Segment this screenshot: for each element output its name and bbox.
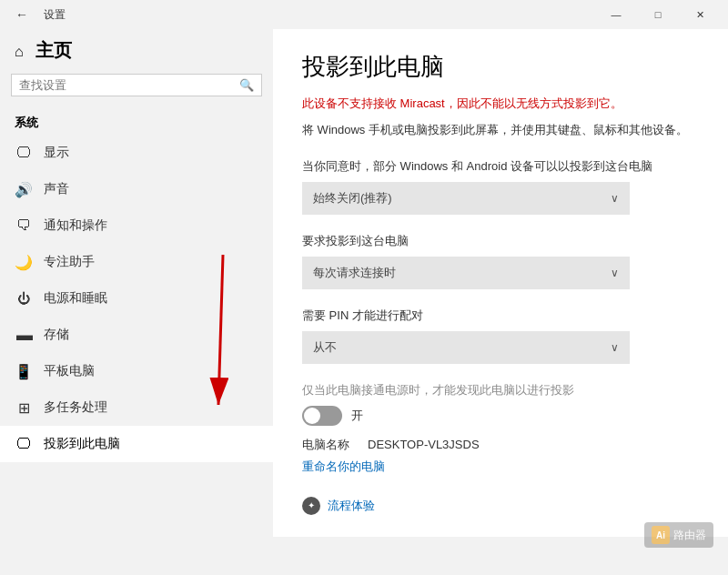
sidebar-item-sound[interactable]: 🔊 声音 <box>0 171 273 207</box>
power-note: 仅当此电脑接通电源时，才能发现此电脑以进行投影 <box>302 382 699 398</box>
section-label: 系统 <box>0 109 273 135</box>
sound-icon: 🔊 <box>15 180 33 198</box>
toggle-knob <box>304 408 320 424</box>
toggle-label: 开 <box>351 408 363 424</box>
power-icon: ⏻ <box>15 289 33 308</box>
sidebar-item-tablet[interactable]: 📱 平板电脑 <box>0 353 273 389</box>
dropdown1-value: 始终关闭(推荐) <box>313 190 392 207</box>
dropdown3-value: 从不 <box>313 339 337 356</box>
tablet-label: 平板电脑 <box>44 363 95 379</box>
power-label: 电源和睡眠 <box>44 290 107 307</box>
back-icon: ← <box>15 7 28 22</box>
bottom-link-icon: ✦ <box>302 497 320 515</box>
power-toggle[interactable] <box>302 406 342 426</box>
focus-label: 专注助手 <box>44 254 95 270</box>
main-container: ⌂ 主页 🔍 系统 🖵 显示 🔊 声音 🗨 通知和操作 � <box>0 29 728 537</box>
dropdown2[interactable]: 每次请求连接时 ∨ <box>302 257 630 289</box>
dropdown3-arrow: ∨ <box>611 341 619 354</box>
multitask-label: 多任务处理 <box>44 399 107 416</box>
dropdown1-arrow: ∨ <box>611 192 619 205</box>
project-label: 投影到此电脑 <box>44 436 120 452</box>
window-title: 设置 <box>44 7 66 23</box>
question2: 要求投影到这台电脑 <box>302 233 699 249</box>
sidebar-item-notifications[interactable]: 🗨 通知和操作 <box>0 207 273 244</box>
pc-name-value: DESKTOP-VL3JSDS <box>368 438 480 451</box>
sidebar-item-project[interactable]: 🖵 投影到此电脑 <box>0 426 273 462</box>
back-button[interactable]: ← <box>7 0 36 29</box>
project-icon: 🖵 <box>15 435 33 453</box>
minimize-button[interactable]: — <box>595 0 637 29</box>
question3: 需要 PIN 才能进行配对 <box>302 308 699 324</box>
close-button[interactable]: ✕ <box>679 0 721 29</box>
dropdown3[interactable]: 从不 ∨ <box>302 331 630 364</box>
sidebar-item-multitask[interactable]: ⊞ 多任务处理 <box>0 389 273 426</box>
bottom-link-text[interactable]: 流程体验 <box>328 498 375 514</box>
pc-name-key: 电脑名称 <box>302 437 349 453</box>
notifications-label: 通知和操作 <box>44 217 107 234</box>
search-icon: 🔍 <box>239 78 254 92</box>
storage-icon: ▬ <box>15 326 33 344</box>
sidebar-item-storage[interactable]: ▬ 存储 <box>0 317 273 353</box>
error-message: 此设备不支持接收 Miracast，因此不能以无线方式投影到它。 <box>302 96 699 112</box>
search-box[interactable]: 🔍 <box>11 74 262 96</box>
dropdown2-arrow: ∨ <box>611 267 619 279</box>
dropdown1[interactable]: 始终关闭(推荐) ∨ <box>302 182 630 215</box>
titlebar: ← 设置 — □ ✕ <box>0 0 728 29</box>
sidebar-item-display[interactable]: 🖵 显示 <box>0 135 273 171</box>
content-area: 投影到此电脑 此设备不支持接收 Miracast，因此不能以无线方式投影到它。 … <box>273 29 728 537</box>
sidebar-item-focus[interactable]: 🌙 专注助手 <box>0 244 273 280</box>
multitask-icon: ⊞ <box>15 398 33 417</box>
search-input[interactable] <box>19 78 239 92</box>
pc-name-row: 电脑名称 DESKTOP-VL3JSDS <box>302 437 699 453</box>
sound-label: 声音 <box>44 181 69 197</box>
display-icon: 🖵 <box>15 144 33 162</box>
toggle-row: 开 <box>302 406 699 426</box>
dropdown2-value: 每次请求连接时 <box>313 265 396 281</box>
focus-icon: 🌙 <box>15 253 33 271</box>
description-text: 将 Windows 手机或电脑投影到此屏幕，并使用其键盘、鼠标和其他设备。 <box>302 121 699 140</box>
sidebar-home[interactable]: ⌂ 主页 <box>0 29 273 68</box>
page-title: 投影到此电脑 <box>302 51 699 83</box>
storage-label: 存储 <box>44 327 69 343</box>
bottom-link-row: ✦ 流程体验 <box>302 497 699 515</box>
tablet-icon: 📱 <box>15 362 33 380</box>
rename-link[interactable]: 重命名你的电脑 <box>302 459 385 475</box>
window-controls: — □ ✕ <box>595 0 721 29</box>
home-label: 主页 <box>35 40 72 60</box>
notifications-icon: 🗨 <box>15 217 33 235</box>
sidebar-item-power[interactable]: ⏻ 电源和睡眠 <box>0 280 273 317</box>
display-label: 显示 <box>44 145 69 161</box>
maximize-button[interactable]: □ <box>637 0 679 29</box>
sidebar: ⌂ 主页 🔍 系统 🖵 显示 🔊 声音 🗨 通知和操作 � <box>0 29 273 537</box>
question1: 当你同意时，部分 Windows 和 Android 设备可以以投影到这台电脑 <box>302 158 699 175</box>
